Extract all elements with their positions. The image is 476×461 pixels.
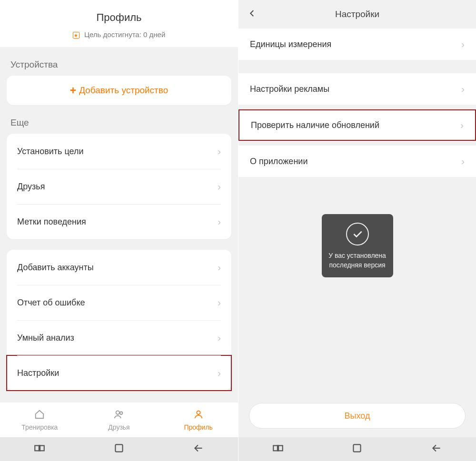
- chevron-right-icon: ›: [218, 216, 221, 227]
- system-navbar: [0, 437, 238, 461]
- row-add-accounts[interactable]: Добавить аккаунты ›: [7, 250, 231, 285]
- row-settings[interactable]: Настройки ›: [7, 355, 231, 391]
- row-label: Проверить наличие обновлений: [251, 120, 379, 130]
- tab-label: Тренировка: [21, 423, 58, 431]
- page-title: Профиль: [0, 11, 238, 24]
- svg-point-1: [120, 412, 123, 414]
- chevron-right-icon: ›: [218, 181, 221, 192]
- plus-icon: +: [70, 84, 76, 97]
- settings-screen: Настройки Единицы измерения › Настройки …: [238, 0, 476, 461]
- chevron-right-icon: ›: [461, 84, 465, 95]
- row-smart-analysis[interactable]: Умный анализ ›: [7, 320, 231, 355]
- home-icon: [34, 409, 45, 422]
- tab-profile[interactable]: Профиль: [159, 402, 238, 437]
- row-ad-settings[interactable]: Настройки рекламы ›: [238, 73, 476, 105]
- row-label: Добавить аккаунты: [17, 263, 94, 273]
- svg-rect-8: [354, 444, 361, 451]
- back-button[interactable]: [430, 442, 443, 456]
- svg-rect-5: [115, 444, 122, 451]
- row-label: Умный анализ: [17, 333, 74, 343]
- profile-screen: Профиль ★ Цель достигнута: 0 дней Устрой…: [0, 0, 238, 461]
- svg-point-2: [197, 411, 200, 414]
- tab-friends[interactable]: Друзья: [79, 402, 159, 437]
- row-label: Метки поведения: [17, 217, 86, 227]
- section-devices-label: Устройства: [0, 47, 238, 76]
- back-button[interactable]: [192, 442, 205, 456]
- row-label: Установить цели: [17, 147, 84, 157]
- goal-badge-icon: ★: [73, 32, 79, 39]
- chevron-right-icon: ›: [218, 146, 221, 157]
- row-set-goals[interactable]: Установить цели ›: [7, 134, 231, 169]
- row-label: Друзья: [17, 182, 45, 192]
- more-group-2: Добавить аккаунты › Отчет об ошибке › Ум…: [7, 250, 231, 391]
- chevron-right-icon: ›: [460, 120, 464, 131]
- chevron-right-icon: ›: [461, 156, 465, 167]
- update-toast: У вас установлена последняя версия: [322, 214, 393, 277]
- recent-apps-button[interactable]: [272, 442, 284, 456]
- row-units[interactable]: Единицы измерения ›: [238, 29, 476, 60]
- row-about[interactable]: О приложении ›: [238, 146, 476, 177]
- chevron-right-icon: ›: [218, 262, 221, 273]
- system-navbar: [238, 437, 476, 461]
- logout-button[interactable]: Выход: [249, 403, 466, 429]
- tab-label: Профиль: [184, 423, 212, 431]
- home-button[interactable]: [113, 442, 125, 456]
- logout-label: Выход: [345, 411, 370, 421]
- tab-training[interactable]: Тренировка: [0, 402, 79, 437]
- row-label: Настройки рекламы: [250, 84, 329, 94]
- tab-label: Друзья: [108, 423, 129, 431]
- more-group-1: Установить цели › Друзья › Метки поведен…: [7, 134, 231, 239]
- recent-apps-button[interactable]: [33, 442, 46, 456]
- row-check-updates[interactable]: Проверить наличие обновлений ›: [238, 109, 476, 141]
- chevron-right-icon: ›: [218, 333, 221, 343]
- toast-text: У вас установлена последняя версия: [327, 251, 387, 270]
- svg-point-0: [116, 411, 119, 414]
- chevron-right-icon: ›: [218, 368, 221, 379]
- row-bug-report[interactable]: Отчет об ошибке ›: [7, 285, 231, 320]
- goal-text: Цель достигнута: 0 дней: [84, 30, 165, 39]
- page-title: Настройки: [238, 9, 476, 20]
- row-label: Отчет об ошибке: [17, 298, 85, 308]
- check-circle-icon: [346, 223, 369, 245]
- add-device-button[interactable]: + Добавить устройство: [7, 76, 231, 105]
- row-label: Единицы измерения: [250, 39, 331, 49]
- section-more-label: Еще: [0, 105, 238, 134]
- home-button[interactable]: [351, 442, 363, 456]
- row-behavior-tags[interactable]: Метки поведения ›: [7, 204, 231, 239]
- add-device-label: Добавить устройство: [79, 85, 168, 96]
- person-icon: [193, 409, 204, 422]
- chevron-right-icon: ›: [218, 297, 221, 308]
- friends-icon: [113, 409, 125, 422]
- row-friends[interactable]: Друзья ›: [7, 169, 231, 204]
- row-label: О приложении: [250, 157, 307, 167]
- goal-status: ★ Цель достигнута: 0 дней: [0, 27, 238, 47]
- row-label: Настройки: [17, 368, 59, 378]
- header: Настройки: [238, 0, 476, 29]
- chevron-right-icon: ›: [461, 39, 465, 50]
- bottom-tabs: Тренировка Друзья Профиль: [0, 402, 238, 437]
- header: Профиль: [0, 0, 238, 27]
- back-icon[interactable]: [248, 8, 257, 20]
